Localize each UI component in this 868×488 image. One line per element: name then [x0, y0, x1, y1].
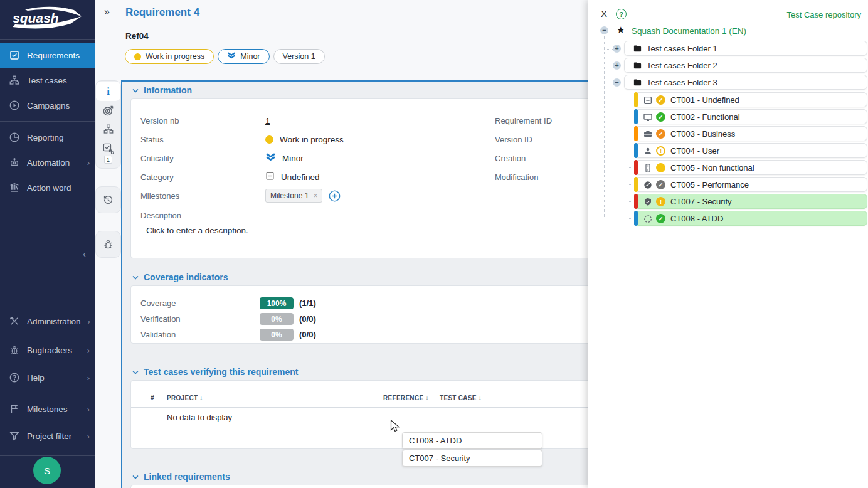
criticality-minor-icon	[227, 52, 236, 61]
status-badge	[656, 163, 665, 172]
reporting-icon	[8, 132, 20, 144]
section-linked-requirements[interactable]: Linked requirements	[122, 468, 588, 485]
column-index[interactable]: #	[151, 395, 167, 401]
column-reference[interactable]: REFERENCE↓	[383, 395, 440, 401]
anchor-tab-rail: i 1	[95, 80, 121, 258]
help-icon[interactable]: ?	[616, 9, 627, 19]
sidebar-item-label: Automation	[27, 158, 70, 167]
version-id-label: Version ID	[495, 135, 588, 144]
section-coverage-indicators[interactable]: Coverage indicators	[122, 268, 588, 285]
remove-milestone-icon[interactable]: ×	[313, 191, 317, 200]
column-test-case[interactable]: TEST CASE↓	[440, 395, 482, 401]
coverage-percent-badge: 100%	[260, 297, 294, 309]
tree-test-case-selected[interactable]: ! CT007 - Security	[635, 194, 867, 209]
description-placeholder[interactable]: Click to enter a description.	[140, 226, 588, 235]
campaigns-icon	[8, 100, 20, 112]
tree-test-case[interactable]: ✓ CT005 - Performance	[635, 177, 867, 192]
collapse-toggle[interactable]: −	[613, 78, 621, 87]
status-value[interactable]: Work in progress	[265, 135, 495, 144]
monitor-icon	[642, 112, 653, 122]
importance-color-bar	[634, 92, 638, 107]
tab-information[interactable]: i	[95, 82, 121, 101]
expand-toggle[interactable]: +	[613, 45, 621, 53]
sidebar-item-reporting[interactable]: Reporting	[0, 125, 95, 150]
page-title: Requirement 4	[125, 6, 199, 19]
administration-tools-icon	[8, 316, 20, 327]
sort-down-icon: ↓	[425, 395, 428, 401]
collapse-toggle[interactable]: −	[600, 26, 608, 34]
tree-test-case[interactable]: ✓ CT003 - Business	[635, 126, 867, 141]
add-milestone-button[interactable]	[329, 190, 341, 202]
status-chip[interactable]: Work in progress	[125, 49, 214, 64]
column-project[interactable]: PROJECT↓	[167, 395, 383, 401]
tree-test-case[interactable]: ! CT004 - User	[635, 143, 867, 158]
version-chip[interactable]: Version 1	[273, 49, 325, 64]
tab-linked-test-cases[interactable]	[95, 139, 121, 157]
milestone-chip[interactable]: Milestone 1 ×	[265, 189, 322, 203]
section-information[interactable]: Information	[122, 82, 588, 98]
sidebar-item-campaigns[interactable]: Campaigns	[0, 93, 95, 118]
tree-test-case[interactable]: ✓ CT001 - Undefined	[635, 92, 867, 107]
modification-label: Modification	[495, 172, 588, 182]
criticality-value[interactable]: Minor	[265, 153, 495, 164]
criticality-label: Criticality	[140, 154, 265, 163]
tree-folder[interactable]: Test cases Folder 1	[624, 41, 867, 56]
sidebar-collapse-icon[interactable]: ‹	[83, 248, 86, 259]
status-badge: !	[656, 197, 665, 206]
tree-test-case[interactable]: CT005 - Non functional	[635, 160, 867, 175]
sidebar-item-label: Requirements	[27, 51, 80, 60]
sidebar-item-bugtrackers[interactable]: Bugtrackers ›	[0, 337, 95, 363]
sidebar-item-label: Action word	[27, 183, 71, 193]
expand-panel-icon[interactable]: »	[104, 6, 110, 18]
version-nb-value[interactable]: 1	[265, 116, 270, 125]
target-icon	[102, 105, 114, 117]
sidebar-item-milestones[interactable]: Milestones ›	[0, 396, 95, 422]
history-clock-icon	[102, 194, 114, 206]
sidebar-item-label: Bugtrackers	[27, 346, 72, 355]
dashed-circle-icon	[642, 213, 653, 224]
mouse-cursor	[390, 420, 401, 436]
section-verifying-test-cases[interactable]: Test cases verifying this requirement	[122, 363, 588, 380]
tree-folder[interactable]: Test cases Folder 2	[624, 58, 867, 73]
chevron-right-icon: ›	[87, 346, 90, 355]
sidebar-item-help[interactable]: Help ›	[0, 365, 95, 390]
bug-icon	[102, 238, 114, 250]
sidebar-item-automation[interactable]: Automation ›	[0, 150, 95, 175]
empty-table-message: No data to display	[131, 408, 588, 422]
tab-coverage[interactable]	[95, 101, 121, 120]
chevron-right-icon: ›	[87, 405, 90, 414]
filter-funnel-icon	[8, 430, 20, 442]
squash-logo[interactable]: squash	[0, 0, 95, 36]
coverage-indicators-card: Coverage 100% (1/1) Verification 0% (0/0…	[130, 285, 588, 344]
importance-color-bar	[634, 160, 638, 175]
sidebar-item-requirements[interactable]: Requirements	[0, 43, 95, 68]
bugtrackers-bug-icon	[8, 344, 20, 356]
tab-bugtracker[interactable]	[95, 233, 121, 255]
tab-hierarchy[interactable]	[95, 120, 121, 139]
sidebar-divider	[0, 455, 95, 456]
tree-folder[interactable]: Test cases Folder 3	[624, 75, 867, 90]
sidebar-item-action-word[interactable]: Action word	[0, 175, 95, 200]
sidebar-item-project-filter[interactable]: Project filter ›	[0, 423, 95, 448]
tree-connector-line	[604, 36, 605, 218]
sidebar-item-test-cases[interactable]: Test cases	[0, 68, 95, 93]
tree-test-case-selected[interactable]: ✓ CT008 - ATDD	[635, 211, 867, 226]
rail-tab-group-history	[95, 186, 121, 213]
sidebar-item-administration[interactable]: Administration ›	[0, 309, 95, 334]
status-badge: ✓	[656, 95, 665, 105]
tab-history[interactable]	[95, 188, 121, 211]
drag-ghost-test-case[interactable]: CT007 - Security	[402, 450, 542, 467]
sidebar-divider	[0, 121, 95, 122]
criticality-chip[interactable]: Minor	[218, 49, 269, 64]
rail-tab-group-bugs	[95, 231, 121, 258]
close-panel-button[interactable]: X	[601, 8, 607, 19]
status-dot-icon	[134, 53, 141, 60]
user-avatar[interactable]: S	[33, 457, 61, 484]
sidebar-item-label: Reporting	[27, 133, 64, 142]
expand-toggle[interactable]: +	[613, 61, 621, 70]
drag-ghost-test-case[interactable]: CT008 - ATDD	[402, 432, 542, 449]
tree-test-case[interactable]: ✓ CT002 - Functional	[635, 109, 867, 124]
importance-color-bar	[634, 143, 638, 158]
category-value[interactable]: Undefined	[265, 171, 495, 183]
square-minus-icon	[642, 95, 653, 105]
